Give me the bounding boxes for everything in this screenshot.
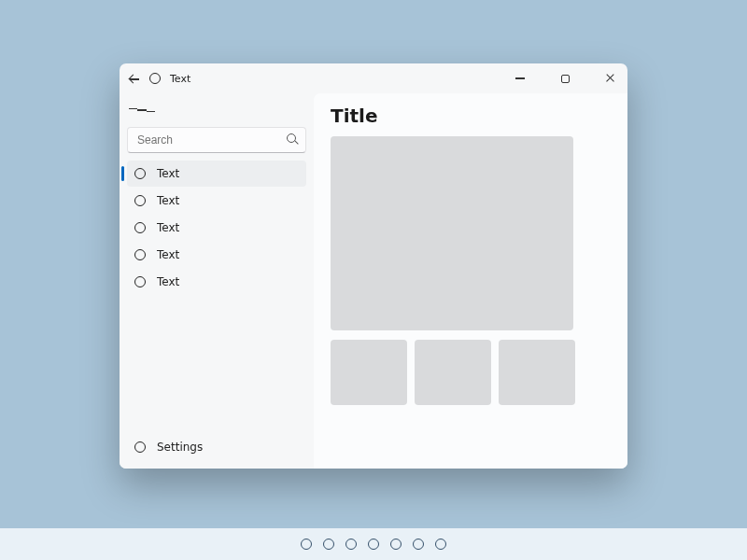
circle-icon bbox=[134, 168, 146, 179]
window-title: Text bbox=[170, 73, 190, 85]
nav-item-3[interactable]: Text bbox=[127, 242, 306, 268]
maximize-button[interactable] bbox=[547, 63, 583, 93]
thumbnail[interactable] bbox=[415, 340, 491, 405]
app-window: Text Text Text Text bbox=[120, 63, 627, 469]
taskbar-icon[interactable] bbox=[301, 539, 312, 550]
search-box[interactable] bbox=[127, 127, 306, 153]
taskbar-icon[interactable] bbox=[390, 539, 402, 550]
taskbar-icon[interactable] bbox=[368, 539, 379, 550]
nav-item-label: Settings bbox=[157, 441, 203, 454]
titlebar: Text bbox=[120, 63, 627, 93]
page-title: Title bbox=[331, 105, 611, 127]
close-button[interactable] bbox=[592, 63, 627, 93]
nav-item-4[interactable]: Text bbox=[127, 269, 306, 295]
thumbnail-row bbox=[331, 340, 611, 405]
taskbar bbox=[0, 528, 747, 560]
content-area: Title bbox=[314, 93, 627, 469]
nav-item-label: Text bbox=[157, 194, 179, 207]
nav-item-1[interactable]: Text bbox=[127, 188, 306, 214]
circle-icon bbox=[134, 249, 146, 260]
minimize-button[interactable] bbox=[502, 63, 538, 93]
menu-button[interactable] bbox=[129, 99, 155, 121]
nav-item-label: Text bbox=[157, 167, 179, 180]
nav-item-label: Text bbox=[157, 275, 179, 288]
taskbar-icon[interactable] bbox=[435, 539, 446, 550]
taskbar-icon[interactable] bbox=[413, 539, 424, 550]
search-input[interactable] bbox=[127, 127, 306, 153]
hero-placeholder bbox=[331, 136, 573, 330]
nav-item-0[interactable]: Text bbox=[127, 161, 306, 187]
back-button[interactable] bbox=[127, 72, 140, 85]
app-icon bbox=[149, 73, 161, 84]
taskbar-icon[interactable] bbox=[323, 539, 334, 550]
taskbar-icon[interactable] bbox=[345, 539, 357, 550]
nav-item-settings[interactable]: Settings bbox=[127, 434, 306, 460]
nav-item-label: Text bbox=[157, 221, 179, 234]
circle-icon bbox=[134, 441, 146, 453]
thumbnail[interactable] bbox=[499, 340, 575, 405]
thumbnail[interactable] bbox=[331, 340, 407, 405]
search-icon bbox=[287, 133, 299, 146]
nav-item-label: Text bbox=[157, 248, 179, 261]
nav-item-2[interactable]: Text bbox=[127, 215, 306, 241]
circle-icon bbox=[134, 276, 146, 287]
sidebar: Text Text Text Text Text bbox=[120, 93, 314, 469]
circle-icon bbox=[134, 195, 146, 206]
circle-icon bbox=[134, 222, 146, 233]
